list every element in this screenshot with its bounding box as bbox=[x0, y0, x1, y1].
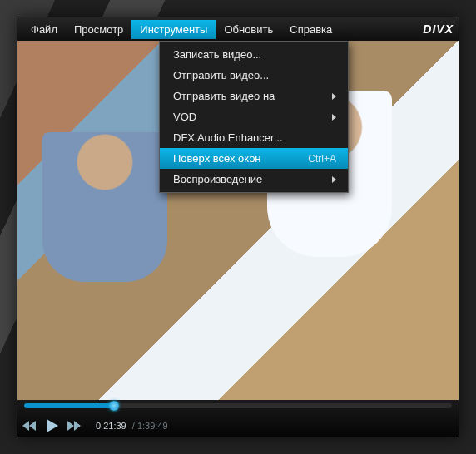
menu-view[interactable]: Просмотр bbox=[66, 20, 131, 39]
dd-label: VOD bbox=[173, 111, 196, 123]
player-window: Файл Просмотр Инструменты Обновить Справ… bbox=[17, 17, 459, 437]
dd-record-video[interactable]: Записать видео... bbox=[160, 44, 348, 65]
play-button[interactable] bbox=[46, 418, 59, 433]
rewind-button[interactable] bbox=[22, 420, 37, 432]
logo-divx: DIVX bbox=[423, 22, 454, 36]
menu-file[interactable]: Файл bbox=[22, 20, 66, 39]
submenu-arrow-icon bbox=[332, 176, 336, 183]
dd-shortcut: Ctrl+A bbox=[308, 153, 336, 165]
menu-help[interactable]: Справка bbox=[281, 20, 340, 39]
tools-dropdown: Записать видео... Отправить видео... Отп… bbox=[159, 41, 349, 193]
progress-thumb[interactable] bbox=[109, 401, 119, 411]
controls-bar: 0:21:39 / 1:39:49 bbox=[17, 400, 459, 437]
progress-fill bbox=[24, 403, 114, 408]
dd-playback[interactable]: Воспроизведение bbox=[160, 169, 348, 190]
time-total: / 1:39:49 bbox=[132, 421, 168, 431]
dd-vod[interactable]: VOD bbox=[160, 106, 348, 127]
dd-dfx[interactable]: DFX Audio Enhancer... bbox=[160, 127, 348, 148]
time-current: 0:21:39 bbox=[96, 421, 126, 431]
dd-always-on-top[interactable]: Поверх всех окон Ctrl+A bbox=[160, 148, 348, 169]
dd-label: Воспроизведение bbox=[173, 173, 262, 185]
forward-button[interactable] bbox=[67, 420, 82, 432]
progress-track[interactable] bbox=[24, 403, 452, 408]
dd-send-video[interactable]: Отправить видео... bbox=[160, 65, 348, 86]
play-icon bbox=[46, 418, 59, 433]
dd-send-video-to[interactable]: Отправить видео на bbox=[160, 86, 348, 106]
dd-label: DFX Audio Enhancer... bbox=[173, 131, 283, 144]
dd-label: Отправить видео на bbox=[173, 90, 275, 102]
menu-update[interactable]: Обновить bbox=[216, 20, 281, 39]
forward-icon bbox=[67, 420, 82, 432]
submenu-arrow-icon bbox=[332, 114, 336, 121]
menubar: Файл Просмотр Инструменты Обновить Справ… bbox=[17, 17, 459, 42]
transport-buttons: 0:21:39 / 1:39:49 bbox=[22, 418, 168, 433]
submenu-arrow-icon bbox=[332, 93, 336, 100]
rewind-icon bbox=[22, 420, 37, 432]
dd-label: Отправить видео... bbox=[173, 69, 269, 81]
time-display: 0:21:39 / 1:39:49 bbox=[96, 421, 168, 431]
app-window: Файл Просмотр Инструменты Обновить Справ… bbox=[0, 0, 476, 454]
dd-label: Записать видео... bbox=[173, 48, 261, 61]
menu-tools[interactable]: Инструменты bbox=[131, 20, 216, 39]
dd-label: Поверх всех окон bbox=[173, 152, 261, 165]
